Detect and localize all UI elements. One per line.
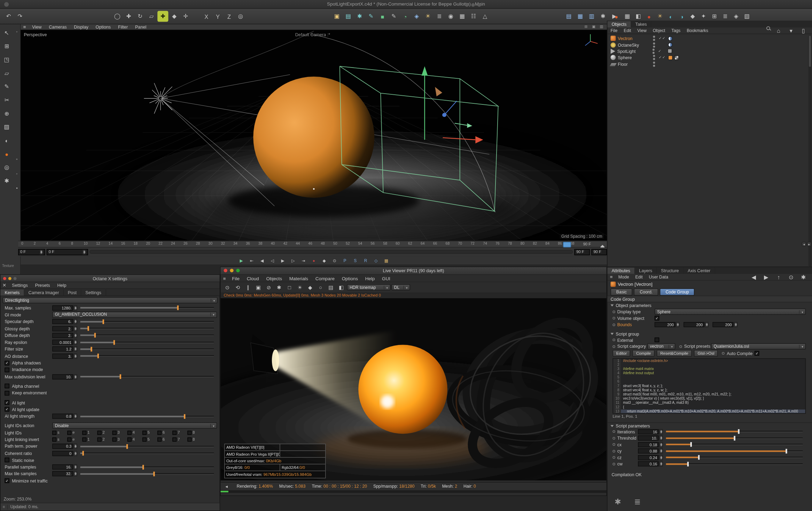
pen-icon[interactable]: ✎ [1,81,12,92]
script-group-header[interactable]: Script group [608,331,812,337]
checkbox-lightid-5[interactable] [142,438,147,442]
param-value-field[interactable]: 16 [638,429,658,434]
viewport-menu-panel[interactable]: Panel [132,24,150,30]
autokey-button[interactable]: ⊙ [330,257,339,264]
octane-menu-settings[interactable]: Settings [8,283,32,288]
sub-tool-icon[interactable]: ▪ [14,185,20,191]
stepper-icon[interactable] [659,435,663,441]
checkbox-lightid-3[interactable] [112,438,117,442]
param-slider[interactable] [80,340,214,345]
workplane-icon[interactable]: ✱ [1,175,12,186]
current-frame-field[interactable]: 0 F [18,249,45,255]
scale-tool-icon[interactable]: ▱ [146,11,157,22]
subtab-coord[interactable]: Coord. [634,288,658,296]
layout-grid-icon[interactable]: ▦ [575,11,586,22]
viewport-canvas[interactable] [21,30,607,241]
octane-tab-camera-imager[interactable]: Camera Imager [24,289,64,296]
tab-takes[interactable]: Takes [631,21,651,27]
bounds-value-1[interactable]: 200 [684,322,704,327]
stepper-icon[interactable] [73,340,77,345]
lv-menu-help[interactable]: Help [361,276,378,281]
tab-layers[interactable]: Layers [635,268,657,274]
checkbox-lightid-8[interactable] [187,431,192,435]
lock-x-icon[interactable]: X [201,11,212,22]
attr-menu-edit[interactable]: Edit [632,274,646,280]
coord-system-icon[interactable]: ◎ [235,11,246,22]
maximize-view-icon[interactable]: ▣ [590,25,597,29]
param-dot-icon[interactable] [612,450,615,452]
panel-grip-icon[interactable]: ≡ [608,273,615,281]
stepper-icon[interactable] [39,249,43,254]
render-settings-icon[interactable]: ✱ [354,11,365,22]
lv-menu-cloud[interactable]: Cloud [243,276,263,281]
octane-material-icon[interactable]: ◆ [687,11,698,22]
settings-gear-icon[interactable]: ✱ [598,11,608,22]
param-slider[interactable] [80,472,214,476]
shading-icon[interactable]: ◐ [1,135,12,146]
checkbox-ai-light-update[interactable]: ✓ [5,407,9,411]
restart-render-icon[interactable]: ⟲ [233,283,242,292]
texture-tool-icon[interactable]: ▨ [1,122,12,133]
param-dot-icon[interactable] [612,339,615,341]
stepper-icon[interactable] [73,319,77,324]
render-preview-button[interactable]: ▶ [237,257,246,264]
split-view-icon[interactable]: ▥ [598,25,605,29]
param-dot-icon[interactable] [612,430,615,433]
prev-key-button[interactable]: ◀ [257,257,267,264]
checkbox-lightid-7[interactable] [172,431,177,435]
param-slider[interactable] [80,414,214,418]
param-slider[interactable] [666,455,803,460]
live-selection-icon[interactable]: ◯ [112,11,123,22]
filter-icon[interactable]: ▾ [786,25,796,36]
octane-environment-icon[interactable]: ◐ [665,11,676,22]
octane-tab-settings[interactable]: Settings [81,289,106,296]
lock-z-icon[interactable]: Z [224,11,234,22]
stepper-icon[interactable] [73,464,77,470]
node-editor-icon[interactable]: ≣ [631,495,644,508]
graytag-tag-icon[interactable] [667,49,672,53]
stepper-icon[interactable] [73,305,77,310]
param-slider[interactable] [80,306,214,310]
plane-tool-icon[interactable]: ▱ [1,68,12,79]
goto-start-button[interactable]: ⇤ [247,257,256,264]
film-region-icon[interactable]: □ [285,283,294,292]
tab-structure[interactable]: Structure [657,268,684,274]
render-settings-icon[interactable]: ✱ [274,283,284,292]
param-slider[interactable] [80,354,214,358]
tab-axis-center[interactable]: Axis Center [684,268,715,274]
close-icon[interactable]: ✕ [0,281,8,289]
param-value-field[interactable]: 3. [52,353,73,359]
stepper-icon[interactable] [73,471,77,477]
tab-objects[interactable]: Objects [608,21,631,27]
pin-icon[interactable]: ⊙ [786,272,796,282]
panel-menu-icon[interactable]: ✱ [798,272,809,282]
checkbox-lightid-e[interactable] [67,438,71,442]
object-parameters-header[interactable]: Object parameters [608,302,812,309]
object-row-octanesky[interactable]: OctaneSky [608,42,808,48]
orange-tag-icon[interactable] [668,55,673,60]
stepper-icon[interactable] [73,326,77,331]
external-checkbox[interactable] [655,338,659,342]
dock-left-icon[interactable]: ◂ [802,242,806,246]
param-slider[interactable] [80,319,214,324]
record-parameter-button[interactable]: ◇ [371,257,381,264]
param-value-field[interactable]: 2. [52,326,73,331]
parent-object-icon[interactable]: ↑ [773,272,784,282]
compile-button[interactable]: Compile [632,350,654,356]
param-dot-icon[interactable] [722,352,725,354]
stepper-icon[interactable] [659,455,663,460]
param-slider[interactable] [666,449,803,453]
sub-tool-icon[interactable]: ▫ [14,156,20,163]
checkbox-lightid-6[interactable] [157,431,162,435]
octane-light-icon[interactable]: ✦ [698,11,709,22]
param-slider[interactable] [80,333,214,338]
checkbox-lightid-8[interactable] [187,438,192,442]
record-scale-button[interactable]: S [351,257,360,264]
prev-frame-button[interactable]: ◁ [268,257,277,264]
reset-compile-button[interactable]: Reset&Compile [657,350,692,356]
sub-tool-icon[interactable]: ◦ [14,29,20,35]
knife-icon[interactable]: ✂ [1,95,12,105]
target-icon[interactable]: ◎ [1,162,12,173]
render-mode-dropdown[interactable]: DL [391,284,410,290]
grip-icon[interactable]: ≡ [0,504,8,509]
